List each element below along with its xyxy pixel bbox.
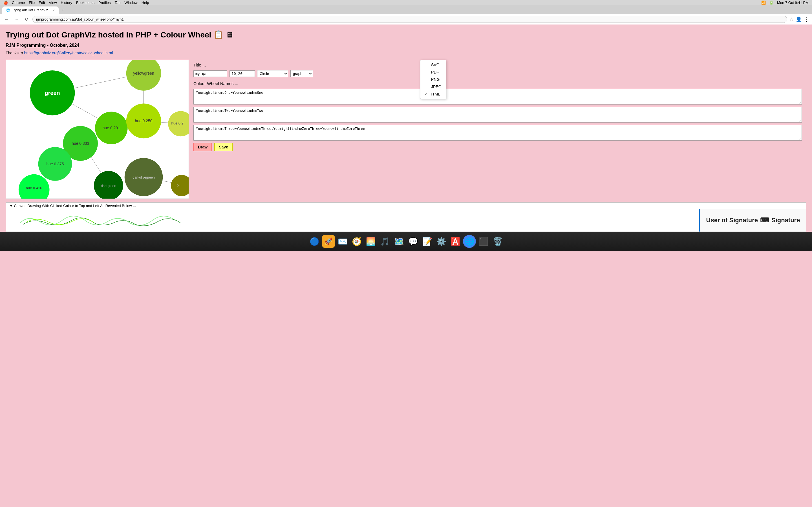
wifi-icon: 📶 <box>761 1 766 5</box>
label-yellowgreen: yellowgreen <box>133 71 154 75</box>
size-input[interactable] <box>230 70 255 77</box>
graph-canvas: green yellowgreen hue 0.291 hue 0.250 hu… <box>6 60 189 199</box>
tab-label: Trying out Dot GraphViz... <box>12 8 51 12</box>
dock-mail[interactable]: ✉️ <box>336 235 349 248</box>
format-dropdown-menu: SVG PDF PNG JPEG ✓ HTML <box>420 60 446 99</box>
section-label: Colour Wheel Names ... <box>193 81 802 86</box>
dock-safari[interactable]: 🧭 <box>350 235 363 248</box>
status-right: 📶 🔋 Mon 7 Oct 9:41 PM <box>761 1 809 5</box>
canvas-signature: User of Signature ⌨ Signature <box>699 209 806 231</box>
edit-menu[interactable]: Edit <box>39 1 45 5</box>
label-darkolivegreen: darkolivegreen <box>133 175 154 179</box>
address-input[interactable] <box>33 16 787 23</box>
page-content: Trying out Dot GraphViz hosted in PHP + … <box>0 24 812 232</box>
thanks-line: Thanks to https://graphviz.org/Gallery/n… <box>6 51 806 55</box>
label-hue2: hue 0.2 <box>171 121 184 125</box>
canvas-strip-label: ▼ Canvas Drawing With Clicked Colour to … <box>9 204 136 208</box>
dock-chrome[interactable]: 🌐 <box>463 235 476 248</box>
name-input[interactable] <box>193 70 227 77</box>
mac-dock: 🔵 🚀 ✉️ 🧭 🌅 🎵 🗺️ 💬 📝 ⚙️ 🅰️ 🌐 ⬛ 🗑️ <box>0 232 812 251</box>
save-button[interactable]: Save <box>214 143 233 151</box>
label-hue416: hue 0.416 <box>26 186 42 190</box>
bookmarks-menu[interactable]: Bookmarks <box>76 1 94 5</box>
label-darkgreen: darkgreen <box>101 184 116 188</box>
file-menu[interactable]: File <box>29 1 35 5</box>
macos-status-bar: 🍎 Chrome File Edit View History Bookmark… <box>0 0 812 5</box>
label-hue250: hue 0.250 <box>135 119 152 123</box>
form-row: Circle Square Diamond Ellipse graph neat… <box>193 70 802 77</box>
forward-button[interactable]: → <box>13 16 21 22</box>
button-row: Draw Save <box>193 143 802 151</box>
page-title: Trying out Dot GraphViz hosted in PHP + … <box>6 30 806 40</box>
bookmark-icon[interactable]: ☆ <box>790 17 794 22</box>
label-olive: oli <box>177 183 180 187</box>
canvas-area: User of Signature ⌨ Signature <box>6 209 806 231</box>
draw-button[interactable]: Draw <box>193 143 212 151</box>
graph-svg: green yellowgreen hue 0.291 hue 0.250 hu… <box>6 60 189 199</box>
dropdown-svg[interactable]: SVG <box>420 61 446 68</box>
profile-icon[interactable]: 👤 <box>796 16 802 22</box>
subtitle-text: RJM Programming - October, 2024 <box>6 43 79 48</box>
view-menu[interactable]: View <box>49 1 57 5</box>
thanks-text: Thanks to <box>6 51 23 55</box>
dock-launchpad[interactable]: 🚀 <box>322 235 335 248</box>
more-options-icon[interactable]: ⋮ <box>804 16 809 22</box>
signature-text: Signature <box>771 217 800 224</box>
canvas-drawing <box>6 209 699 231</box>
canvas-svg <box>6 209 243 231</box>
page-subtitle: RJM Programming - October, 2024 <box>6 43 806 48</box>
dock-appstore[interactable]: 🅰️ <box>449 235 462 248</box>
window-menu[interactable]: Window <box>124 1 137 5</box>
active-tab[interactable]: 🌐 Trying out Dot GraphViz... ✕ <box>2 6 59 14</box>
dock-settings[interactable]: ⚙️ <box>435 235 448 248</box>
canvas-strip-container: ▼ Canvas Drawing With Clicked Colour to … <box>6 202 806 232</box>
dock-terminal[interactable]: ⬛ <box>477 235 490 248</box>
dock-messages[interactable]: 💬 <box>407 235 419 248</box>
textarea-1[interactable]: YoumightfindmeOne=YounowfindmeOne <box>193 89 802 105</box>
tab-bar: 🌐 Trying out Dot GraphViz... ✕ + <box>0 5 812 14</box>
apple-icon[interactable]: 🍎 <box>3 1 8 5</box>
dock-finder[interactable]: 🔵 <box>308 235 321 248</box>
shape-select[interactable]: Circle Square Diamond Ellipse <box>257 70 288 77</box>
address-bar: ← → ↺ ☆ 👤 ⋮ <box>0 14 812 24</box>
dock-maps[interactable]: 🗺️ <box>393 235 405 248</box>
chrome-menu[interactable]: Chrome <box>12 1 25 5</box>
title-row: Title ... <box>193 62 802 67</box>
signature-label: User of Signature <box>706 217 758 224</box>
profiles-menu[interactable]: Profiles <box>98 1 110 5</box>
main-layout: green yellowgreen hue 0.291 hue 0.250 hu… <box>6 60 806 199</box>
dropdown-html[interactable]: ✓ HTML <box>420 91 446 98</box>
canvas-strip-header: ▼ Canvas Drawing With Clicked Colour to … <box>6 202 806 209</box>
graphviz-link[interactable]: https://graphviz.org/Gallery/neato/color… <box>24 51 113 55</box>
history-menu[interactable]: History <box>61 1 72 5</box>
label-hue333: hue 0.333 <box>71 141 89 146</box>
controls-panel: SVG PDF PNG JPEG ✓ HTML <box>189 60 806 199</box>
apple-menu[interactable]: 🍎 Chrome File Edit View History Bookmark… <box>3 1 149 5</box>
dropdown-pdf[interactable]: PDF <box>420 68 446 76</box>
keyboard-icon: ⌨ <box>760 217 769 224</box>
html-check: ✓ <box>425 92 428 96</box>
dock-photos[interactable]: 🌅 <box>364 235 377 248</box>
label-hue291: hue 0.291 <box>103 126 120 130</box>
tab-menu[interactable]: Tab <box>114 1 120 5</box>
back-button[interactable]: ← <box>3 16 11 22</box>
new-tab-button[interactable]: + <box>59 7 67 14</box>
tab-close-button[interactable]: ✕ <box>52 9 55 12</box>
help-menu[interactable]: Help <box>142 1 149 5</box>
clock: Mon 7 Oct 9:41 PM <box>777 1 809 5</box>
dock-music[interactable]: 🎵 <box>378 235 391 248</box>
dropdown-png[interactable]: PNG <box>420 76 446 83</box>
battery-icon: 🔋 <box>769 1 774 5</box>
tab-favicon: 🌐 <box>6 8 10 12</box>
dock-notes[interactable]: 📝 <box>421 235 434 248</box>
dropdown-jpeg[interactable]: JPEG <box>420 83 446 91</box>
title-label: Title ... <box>193 62 206 67</box>
textarea-2[interactable]: YoumightfindmeTwo=YounowfindmeTwo <box>193 107 802 122</box>
textarea-3[interactable]: YoumightfindmeThree=YounowfindmeThree,Yo… <box>193 125 802 140</box>
layout-select[interactable]: graph neato dot fdp <box>290 70 313 77</box>
label-hue375: hue 0.375 <box>46 162 64 166</box>
reload-button[interactable]: ↺ <box>23 16 30 22</box>
label-green: green <box>45 90 60 96</box>
dock-trash[interactable]: 🗑️ <box>491 235 504 248</box>
